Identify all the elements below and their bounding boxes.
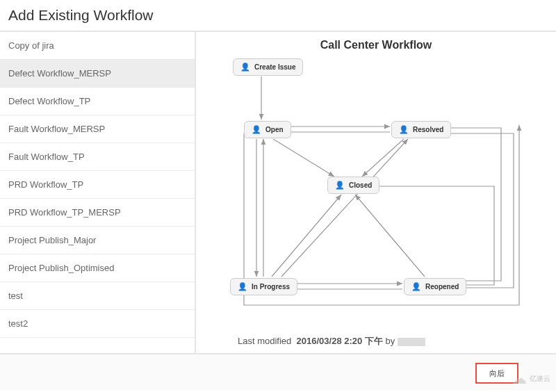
status-open: 👤Open xyxy=(244,121,291,138)
cloud-icon: ☁ xyxy=(512,370,527,388)
workflow-item-prd-tp[interactable]: PRD Workflow_TP xyxy=(0,171,195,199)
dialog-header: Add Existing Workflow xyxy=(0,0,556,31)
workflow-item-defect-tp[interactable]: Defect Workflow_TP xyxy=(0,88,195,115)
status-create-issue: 👤Create Issue xyxy=(233,58,303,76)
status-reopened: 👤Reopened xyxy=(404,278,466,295)
workflow-item-test2[interactable]: test2 xyxy=(0,310,195,338)
person-icon: 👤 xyxy=(335,181,345,190)
workflow-item-copy-of-jira[interactable]: Copy of jira xyxy=(0,32,195,60)
status-in-progress: 👤In Progress xyxy=(230,278,297,295)
dialog-title: Add Existing Workflow xyxy=(8,7,548,24)
workflow-preview: Call Center Workflow xyxy=(196,32,556,353)
person-icon: 👤 xyxy=(238,282,247,291)
last-modified: Last modified 2016/03/28 2:20 下午 by xyxy=(238,335,425,348)
person-icon: 👤 xyxy=(399,125,409,134)
status-closed: 👤Closed xyxy=(327,177,379,194)
diagram-title: Call Center Workflow xyxy=(196,39,556,51)
workflow-item-fault-mersp[interactable]: Fault Workflow_MERSP xyxy=(0,115,195,143)
person-icon: 👤 xyxy=(411,282,421,291)
workflow-list[interactable]: Copy of jira Defect Workflow_MERSP Defec… xyxy=(0,32,196,353)
last-modified-date: 2016/03/28 2:20 下午 xyxy=(297,336,383,346)
redacted-author xyxy=(398,338,425,346)
workflow-item-prd-tp-mersp[interactable]: PRD Workflow_TP_MERSP xyxy=(0,199,195,227)
person-icon: 👤 xyxy=(252,125,261,134)
workflow-item-publish-optimised[interactable]: Project Publish_Optimised xyxy=(0,254,195,282)
workflow-item-fault-tp[interactable]: Fault Workflow_TP xyxy=(0,143,195,171)
person-icon: 👤 xyxy=(240,63,250,72)
workflow-item-test[interactable]: test xyxy=(0,282,195,310)
watermark: ☁ 亿速云 xyxy=(512,370,550,388)
status-resolved: 👤Resolved xyxy=(391,121,451,138)
workflow-diagram: 👤Create Issue 👤Open 👤Resolved 👤Closed 👤I… xyxy=(230,58,522,316)
dialog-footer: 向后 xyxy=(0,353,556,391)
dialog-content: Copy of jira Defect Workflow_MERSP Defec… xyxy=(0,31,556,353)
workflow-item-defect-mersp[interactable]: Defect Workflow_MERSP xyxy=(0,60,195,88)
workflow-item-publish-major[interactable]: Project Publish_Major xyxy=(0,227,195,254)
